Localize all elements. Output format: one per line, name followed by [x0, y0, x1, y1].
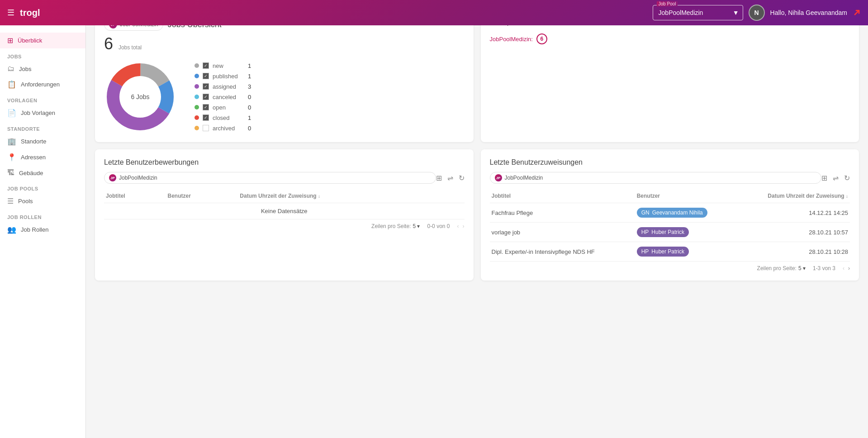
rows-per-page-label-2: Zeilen pro Seite: — [757, 265, 797, 271]
filter-badge-label: JobPoolMedizin — [505, 175, 543, 181]
benutzerbewerbungen-table: Jobtitel Benutzer Datum Uhrzeit der Zuwe… — [104, 189, 465, 219]
pagination-nav: ‹ › — [457, 223, 465, 229]
refresh-icon[interactable]: ↻ — [459, 174, 465, 182]
benutzerbewerbungen-toolbar: JP JobPoolMedizin ⊞ ⇌ ↻ — [104, 172, 465, 184]
sidebar-item-standorte[interactable]: 🏢 Standorte — [0, 133, 85, 149]
legend-value-new: 1 — [248, 62, 251, 69]
toolbar-icons-2: ⊞ ⇌ ↻ — [821, 174, 850, 182]
sidebar-item-job-vorlagen[interactable]: 📄 Job Vorlagen — [0, 105, 85, 121]
benutzerbewerbungen-title: Letzte Benutzerbewerbungen — [104, 158, 465, 167]
cell-jobtitel: Fachfrau Pflege — [490, 203, 635, 223]
sidebar-item-label: Job Vorlagen — [21, 110, 55, 116]
toolbar-icons: ⊞ ⇌ ↻ — [436, 174, 465, 182]
sidebar-item-anforderungen[interactable]: 📋 Anforderungen — [0, 76, 85, 92]
col-datum: Datum Uhrzeit der Zuweisung ↓ — [238, 189, 464, 203]
menu-icon[interactable]: ☰ — [7, 8, 14, 18]
legend-name-canceled: canceled — [213, 94, 244, 100]
col-benutzer-2: Benutzer — [635, 189, 736, 203]
no-data-message: Keine Datensätze — [104, 203, 465, 219]
letzte-benutzerzuweisungen-card: Letzte Benutzerzuweisungen JP JobPoolMed… — [481, 149, 859, 281]
col-benutzer: Benutzer — [166, 189, 238, 203]
jobs-total-label: Jobs total — [119, 44, 142, 51]
legend-checkbox-archived[interactable] — [203, 125, 209, 131]
next-page-button[interactable]: › — [463, 223, 465, 229]
main-content: JP JobPoolMedizin Jobs Übersicht 6 Jobs … — [86, 0, 868, 290]
benutzerzuweisungen-title: Letzte Benutzerzuweisungen — [490, 158, 850, 167]
job-pool-value: JobPoolMedizin — [659, 9, 703, 16]
table-row: Dipl. Experte/-in Intensivpflege NDS HF … — [490, 242, 850, 262]
legend-item-closed: ✓ closed 1 — [194, 114, 251, 121]
prev-page-button[interactable]: ‹ — [457, 223, 459, 229]
legend-value-open: 0 — [248, 104, 251, 111]
sidebar-item-gebaeude[interactable]: 🏗 Gebäude — [0, 165, 85, 181]
pagination-info: 0-0 von 0 — [427, 223, 450, 229]
legend-checkbox-assigned[interactable]: ✓ — [203, 83, 209, 90]
sidebar-item-label: Überblick — [18, 37, 42, 44]
sidebar-item-label: Pools — [18, 198, 33, 205]
user-badge: HP Huber Patrick — [637, 227, 689, 237]
sidebar: ⊞ Überblick JOBS 🗂 Jobs 📋 Anforderungen … — [0, 25, 86, 290]
columns-icon-2[interactable]: ⊞ — [821, 174, 827, 182]
sidebar-item-jobs[interactable]: 🗂 Jobs — [0, 61, 85, 76]
filter-icon-2[interactable]: ⇌ — [833, 174, 839, 182]
sidebar-item-pools[interactable]: ☰ Pools — [0, 193, 85, 209]
benutzerbewerbungen-filter-badge[interactable]: JP JobPoolMedizin — [104, 172, 436, 184]
legend-checkbox-open[interactable]: ✓ — [203, 104, 209, 110]
user-fullname: Geevanandam Nihila — [652, 209, 703, 216]
jobs-count-row: 6 Jobs total — [104, 34, 465, 53]
user-initials: GN — [641, 209, 650, 216]
legend-item-archived: archived 0 — [194, 125, 251, 132]
building-icon: 🏢 — [7, 137, 16, 146]
legend-checkbox-published[interactable]: ✓ — [203, 73, 209, 79]
sidebar-item-job-rollen[interactable]: 👥 Job Rollen — [0, 222, 85, 238]
col-jobtitel-2: Jobtitel — [490, 189, 635, 203]
users-icon: 👥 — [7, 225, 16, 234]
refresh-icon-2[interactable]: ↻ — [844, 174, 850, 182]
dropdown-arrow-icon: ▼ — [733, 9, 739, 16]
legend-dot-archived — [194, 126, 199, 130]
cell-datum: 14.12.21 14:25 — [736, 203, 850, 223]
avatar[interactable]: N — [749, 5, 765, 21]
sidebar-section-jobpools: JOB POOLS — [0, 181, 85, 193]
sidebar-section-jobs: JOBS — [0, 48, 85, 61]
next-page-button-2[interactable]: › — [848, 265, 850, 271]
sidebar-section-standorte: STANDORTE — [0, 121, 85, 133]
legend-name-closed: closed — [213, 114, 244, 121]
jobs-chart-area: 6 Jobs ✓ new 1 ✓ published 1 — [104, 61, 465, 133]
grid-icon: ⊞ — [7, 36, 13, 45]
legend-value-assigned: 3 — [248, 83, 251, 90]
rows-select[interactable]: 5 ▾ — [413, 223, 420, 229]
sidebar-item-adressen[interactable]: 📍 Adressen — [0, 149, 85, 165]
sidebar-item-ueberblick[interactable]: ⊞ Überblick — [0, 33, 85, 48]
legend-checkbox-new[interactable]: ✓ — [203, 62, 209, 69]
legend-checkbox-closed[interactable]: ✓ — [203, 114, 209, 121]
legend-item-open: ✓ open 0 — [194, 104, 251, 111]
pin-icon: 📍 — [7, 153, 16, 162]
legend-name-published: published — [213, 73, 244, 80]
legend-item-published: ✓ published 1 — [194, 73, 251, 80]
filter-icon[interactable]: ⇌ — [447, 174, 453, 182]
columns-icon[interactable]: ⊞ — [436, 174, 442, 182]
table-row: Fachfrau Pflege GN Geevanandam Nihila 14… — [490, 203, 850, 223]
legend-checkbox-canceled[interactable]: ✓ — [203, 94, 209, 100]
benutzerzuweisungen-table: Jobtitel Benutzer Datum Uhrzeit der Zuwe… — [490, 189, 850, 262]
legend-name-new: new — [213, 62, 244, 69]
job-pool-label: Job Pool — [657, 1, 678, 6]
prev-page-button-2[interactable]: ‹ — [843, 265, 844, 271]
cell-jobtitel: Dipl. Experte/-in Intensivpflege NDS HF — [490, 242, 635, 262]
letzte-benutzerbewerbungen-card: Letzte Benutzerbewerbungen JP JobPoolMed… — [95, 149, 474, 281]
rows-select-2[interactable]: 5 ▾ — [798, 265, 806, 271]
cell-benutzer: HP Huber Patrick — [635, 242, 736, 262]
jobs-per-pool-card: Jobs per Job Pool Übersicht JobPoolMediz… — [481, 9, 859, 142]
benutzerzuweisungen-filter-badge[interactable]: JP JobPoolMedizin — [490, 172, 822, 184]
legend-value-archived: 0 — [248, 125, 251, 132]
job-pool-selector[interactable]: Job Pool JobPoolMedizin ▼ — [653, 5, 743, 20]
pagination-nav-2: ‹ › — [843, 265, 850, 271]
avatar-initials: N — [754, 9, 759, 16]
legend-value-closed: 1 — [248, 114, 251, 121]
sidebar-item-label: Gebäude — [19, 170, 43, 176]
col-jobtitel: Jobtitel — [104, 189, 166, 203]
header-right: Job Pool JobPoolMedizin ▼ N Hallo, Nihil… — [653, 5, 861, 21]
legend-value-published: 1 — [248, 73, 251, 80]
sidebar-item-label: Anforderungen — [21, 81, 60, 88]
